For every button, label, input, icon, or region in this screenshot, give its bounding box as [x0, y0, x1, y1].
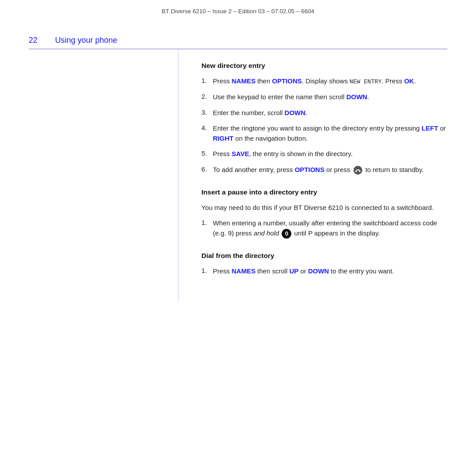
italic-text: and hold — [254, 229, 279, 237]
key-names: NAMES — [232, 77, 256, 85]
list-text: Enter the number, scroll DOWN. — [213, 108, 307, 118]
insert-pause-description: You may need to do this if your BT Diver… — [201, 202, 447, 213]
page-number: 22 — [29, 36, 45, 45]
list-text: Enter the ringtone you want to assign to… — [213, 123, 447, 144]
list-text: Use the keypad to enter the name then sc… — [213, 92, 369, 102]
key-options: OPTIONS — [272, 77, 302, 85]
list-item: 6. To add another entry, press OPTIONS o… — [201, 164, 447, 175]
section-title: Using your phone — [55, 36, 117, 45]
instruction-list-insert-pause: 1. When entering a number, usually after… — [201, 218, 447, 239]
list-num: 1. — [201, 218, 213, 228]
list-item: 1. Press NAMES then OPTIONS. Display sho… — [201, 76, 447, 87]
list-num: 2. — [201, 92, 213, 102]
content-area: New directory entry 1. Press NAMES then … — [29, 49, 447, 302]
title-section: 22 Using your phone — [0, 19, 476, 45]
right-column: New directory entry 1. Press NAMES then … — [178, 49, 447, 302]
header-text: BT Diverse 6210 – Issue 2 – Edition 03 –… — [162, 8, 315, 15]
key-ok: OK — [404, 77, 414, 85]
key-options-2: OPTIONS — [295, 166, 325, 173]
subsection-insert-pause: Insert a pause into a directory entry Yo… — [201, 188, 447, 239]
key-save: SAVE — [232, 150, 249, 157]
list-text: Press SAVE, the entry is shown in the di… — [213, 149, 353, 159]
end-call-icon — [353, 165, 363, 175]
subsection-title-insert-pause: Insert a pause into a directory entry — [201, 188, 447, 196]
subsection-title-new-directory: New directory entry — [201, 62, 447, 70]
list-item: 4. Enter the ringtone you want to assign… — [201, 123, 447, 144]
key-right: RIGHT — [213, 134, 234, 142]
svg-line-1 — [356, 171, 357, 172]
instruction-list-dial-from-directory: 1. Press NAMES then scroll UP or DOWN to… — [201, 266, 447, 276]
key-left: LEFT — [422, 124, 439, 132]
key-down: DOWN — [346, 93, 368, 101]
list-item: 1. When entering a number, usually after… — [201, 218, 447, 239]
subsection-title-dial-from-directory: Dial from the directory — [201, 252, 447, 260]
subsection-dial-from-directory: Dial from the directory 1. Press NAMES t… — [201, 252, 447, 276]
list-num: 5. — [201, 149, 213, 159]
list-item: 5. Press SAVE, the entry is shown in the… — [201, 149, 447, 159]
list-text: Press NAMES then OPTIONS. Display shows … — [213, 76, 416, 87]
list-num: 1. — [201, 266, 213, 276]
zero-key-icon: 0 — [282, 229, 291, 239]
display-text-new-entry: NEW ENTRY — [350, 78, 382, 85]
list-item: 2. Use the keypad to enter the name then… — [201, 92, 447, 102]
key-down-3: DOWN — [308, 267, 329, 275]
list-item: 1. Press NAMES then scroll UP or DOWN to… — [201, 266, 447, 276]
key-down-2: DOWN — [285, 109, 306, 116]
list-num: 1. — [201, 76, 213, 86]
list-text: When entering a number, usually after en… — [213, 218, 447, 239]
key-names-2: NAMES — [232, 267, 256, 275]
svg-line-2 — [359, 171, 360, 172]
key-up: UP — [289, 267, 298, 275]
list-num: 3. — [201, 108, 213, 118]
list-text: To add another entry, press OPTIONS or p… — [213, 164, 424, 175]
list-num: 6. — [201, 164, 213, 175]
page-wrapper: BT Diverse 6210 – Issue 2 – Edition 03 –… — [0, 0, 476, 452]
list-num: 4. — [201, 123, 213, 133]
page-header: BT Diverse 6210 – Issue 2 – Edition 03 –… — [0, 0, 476, 19]
list-text: Press NAMES then scroll UP or DOWN to th… — [213, 266, 394, 276]
list-item: 3. Enter the number, scroll DOWN. — [201, 108, 447, 118]
left-column — [29, 49, 178, 302]
subsection-new-directory-entry: New directory entry 1. Press NAMES then … — [201, 62, 447, 175]
instruction-list-new-directory: 1. Press NAMES then OPTIONS. Display sho… — [201, 76, 447, 175]
